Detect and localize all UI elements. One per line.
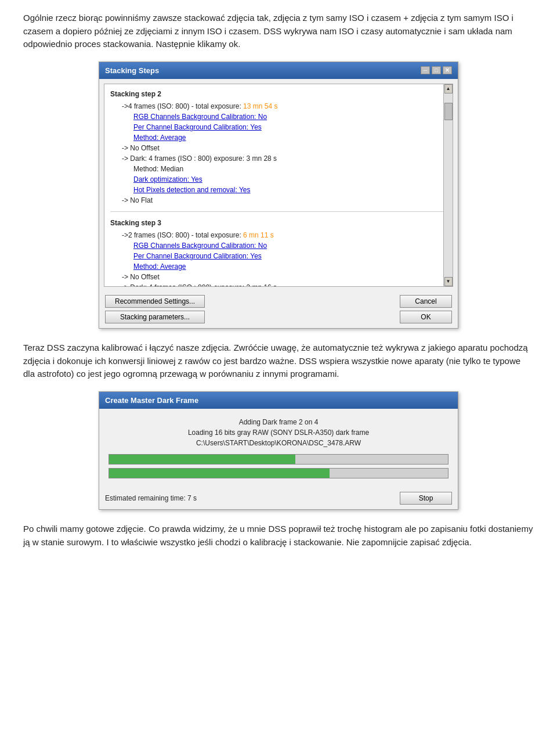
step2-per-channel: Per Channel Background Calibration: Yes bbox=[133, 122, 447, 132]
stacking-parameters-button[interactable]: Stacking parameters... bbox=[105, 311, 205, 323]
step2-method: Method: Average bbox=[133, 132, 447, 143]
step3-no-offset: -> No Offset bbox=[122, 272, 447, 282]
step3-per-channel: Per Channel Background Calibration: Yes bbox=[133, 251, 447, 261]
estimated-time: Estimated remaining time: 7 s bbox=[105, 493, 197, 503]
step3-rgb-bg: RGB Channels Background Calibration: No bbox=[133, 240, 447, 251]
stacking-dialog-wrapper: Stacking Steps ─ □ ✕ Stacking step 2 ->4… bbox=[23, 62, 534, 329]
recommended-settings-button[interactable]: Recommended Settings... bbox=[105, 295, 205, 308]
dark-titlebar: Create Master Dark Frame bbox=[99, 392, 458, 409]
step2-dark-label: -> Dark: 4 frames (ISO : 800) exposure: … bbox=[122, 153, 447, 164]
step3-method: Method: Average bbox=[133, 261, 447, 272]
progress-bar-2-bg bbox=[108, 468, 449, 478]
dark-info: Adding Dark frame 2 on 4 Loading 16 bits… bbox=[108, 417, 449, 448]
dark-line2: Loading 16 bits gray RAW (SONY DSLR-A350… bbox=[108, 427, 449, 438]
progress-bar-1-bg bbox=[108, 454, 449, 465]
scroll-down-arrow[interactable]: ▼ bbox=[444, 277, 453, 286]
step2-rgb-bg: RGB Channels Background Calibration: No bbox=[133, 111, 447, 122]
step3-frames: ->2 frames (ISO: 800) - total exposure: … bbox=[122, 230, 447, 240]
stacking-step3-block: Stacking step 3 ->2 frames (ISO: 800) - … bbox=[110, 218, 447, 287]
step2-hot-pixels: Hot Pixels detection and removal: Yes bbox=[133, 185, 447, 195]
titlebar-buttons: ─ □ ✕ bbox=[421, 66, 452, 74]
paragraph-1: Ogólnie rzecz biorąc powinniśmy zawsze s… bbox=[23, 12, 534, 51]
step-separator bbox=[110, 211, 447, 212]
progress-bar-2-fill bbox=[109, 469, 330, 478]
step2-no-flat: -> No Flat bbox=[122, 195, 447, 206]
maximize-button[interactable]: □ bbox=[432, 66, 441, 74]
dark-dialog-wrapper: Create Master Dark Frame Adding Dark fra… bbox=[23, 391, 534, 510]
progress-container bbox=[108, 454, 449, 478]
paragraph-2: Teraz DSS zaczyna kalibrować i łączyć na… bbox=[23, 341, 534, 381]
dark-line1: Adding Dark frame 2 on 4 bbox=[108, 417, 449, 427]
stacking-footer: Recommended Settings... Stacking paramet… bbox=[99, 291, 458, 328]
paragraph-3: Po chwili mamy gotowe zdjęcie. Co prawda… bbox=[23, 523, 534, 549]
scroll-thumb[interactable] bbox=[444, 103, 453, 120]
ok-button[interactable]: OK bbox=[400, 311, 452, 323]
close-button[interactable]: ✕ bbox=[443, 66, 452, 74]
dark-title: Create Master Dark Frame bbox=[105, 396, 198, 405]
stacking-dialog: Stacking Steps ─ □ ✕ Stacking step 2 ->4… bbox=[99, 62, 458, 329]
dark-dialog: Create Master Dark Frame Adding Dark fra… bbox=[99, 391, 458, 510]
stacking-content: Stacking step 2 ->4 frames (ISO: 800) - … bbox=[99, 84, 458, 328]
step2-dark-opt: Dark optimization: Yes bbox=[133, 174, 447, 185]
stacking-step2-block: Stacking step 2 ->4 frames (ISO: 800) - … bbox=[110, 89, 447, 206]
step2-frames: ->4 frames (ISO: 800) - total exposure: … bbox=[122, 101, 447, 111]
stacking-titlebar: Stacking Steps ─ □ ✕ bbox=[99, 62, 458, 80]
scroll-bar[interactable]: ▲ ▼ bbox=[443, 84, 453, 286]
step2-dark-method: Method: Median bbox=[133, 164, 447, 174]
progress-bar-1-fill bbox=[109, 455, 295, 464]
dark-footer: Estimated remaining time: 7 s Stop bbox=[99, 488, 458, 509]
step2-title: Stacking step 2 bbox=[110, 89, 447, 99]
step2-exposure: 13 mn 54 s bbox=[243, 102, 277, 110]
stop-button[interactable]: Stop bbox=[400, 492, 452, 505]
minimize-button[interactable]: ─ bbox=[421, 66, 430, 74]
footer-left-buttons: Recommended Settings... Stacking paramet… bbox=[105, 295, 205, 323]
step3-title: Stacking step 3 bbox=[110, 218, 447, 228]
step2-no-offset: -> No Offset bbox=[122, 143, 447, 153]
stacking-scroll-area[interactable]: Stacking step 2 ->4 frames (ISO: 800) - … bbox=[104, 84, 453, 287]
cancel-button[interactable]: Cancel bbox=[400, 295, 452, 308]
stacking-title: Stacking Steps bbox=[105, 65, 159, 77]
scroll-up-arrow[interactable]: ▲ bbox=[444, 84, 453, 93]
step3-dark-label: -> Dark: 4 frames (ISO : 800) exposure: … bbox=[122, 282, 447, 287]
step3-exposure: 6 mn 11 s bbox=[243, 231, 274, 239]
dark-line3: C:\Users\START\Desktop\KORONA\DSC_3478.A… bbox=[108, 438, 449, 448]
footer-right-buttons: Cancel OK bbox=[400, 295, 452, 323]
dark-content: Adding Dark frame 2 on 4 Loading 16 bits… bbox=[99, 409, 458, 488]
